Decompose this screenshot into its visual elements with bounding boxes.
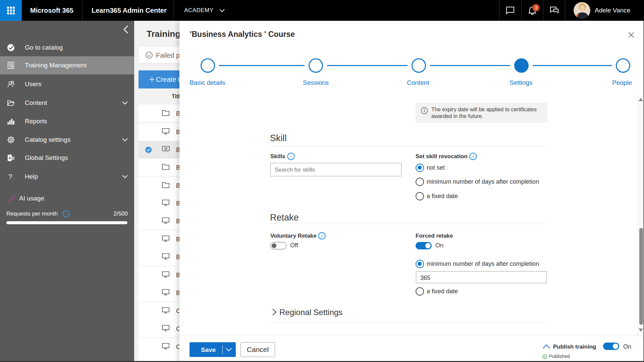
svg-text:i: i bbox=[290, 154, 291, 159]
svg-text:i: i bbox=[473, 154, 474, 159]
svg-text:i: i bbox=[66, 212, 67, 217]
svg-text:A: A bbox=[8, 156, 11, 160]
svg-text:i: i bbox=[321, 233, 322, 239]
